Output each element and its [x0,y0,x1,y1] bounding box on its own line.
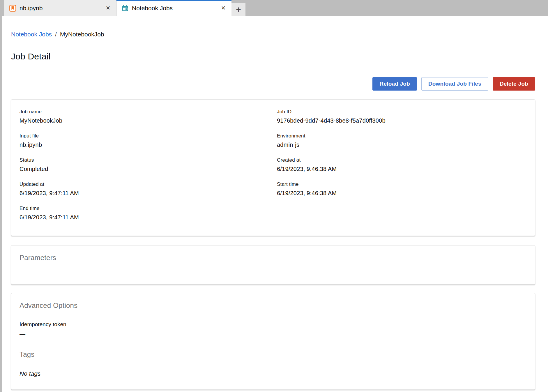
detail-column-right: Job ID 9176bded-9dd7-4d43-8be8-f5a7d0ff3… [277,109,527,230]
field-value: admin-js [277,142,527,148]
dock-tab-bar: nb.ipynb ✕ Notebook Jobs ✕ + [0,0,548,16]
field-value: 6/19/2023, 9:47:11 AM [20,190,277,197]
breadcrumb-separator: / [55,31,57,38]
parameters-heading: Parameters [20,254,527,262]
field-label: Updated at [20,181,277,187]
field-label: Status [20,157,277,163]
job-actions-toolbar: Reload Job Download Job Files Delete Job [11,77,535,91]
field-label: Job name [20,109,277,115]
job-detail-card: Job name MyNotebookJob Input file nb.ipy… [11,99,535,236]
breadcrumb-current: MyNotebookJob [60,31,104,38]
sidebar-edge [0,16,2,392]
close-icon[interactable]: ✕ [105,5,112,11]
field-label: Input file [20,133,277,139]
field-value: 6/19/2023, 9:46:38 AM [277,190,527,197]
detail-column-left: Job name MyNotebookJob Input file nb.ipy… [20,109,277,230]
field-start-time: Start time 6/19/2023, 9:46:38 AM [277,181,527,197]
page-title: Job Detail [11,52,535,61]
field-label: End time [20,206,277,211]
breadcrumb-link-notebook-jobs[interactable]: Notebook Jobs [11,31,52,38]
field-created-at: Created at 6/19/2023, 9:46:38 AM [277,157,527,172]
field-value: 6/19/2023, 9:47:11 AM [20,214,277,221]
delete-job-button[interactable]: Delete Job [493,77,535,91]
idempotency-token-label: Idempotency token [20,321,527,328]
breadcrumb: Notebook Jobs / MyNotebookJob [11,31,535,38]
field-environment: Environment admin-js [277,133,527,148]
field-value: nb.ipynb [20,142,277,148]
tab-notebook-jobs[interactable]: Notebook Jobs ✕ [116,0,231,16]
reload-job-button[interactable]: Reload Job [372,77,417,91]
field-updated-at: Updated at 6/19/2023, 9:47:11 AM [20,181,277,197]
advanced-options-card: Advanced Options Idempotency token — Tag… [11,293,535,390]
tab-nb-ipynb[interactable]: nb.ipynb ✕ [4,0,116,16]
field-value: 9176bded-9dd7-4d43-8be8-f5a7d0ff300b [277,117,527,124]
field-value: Completed [20,166,277,172]
job-detail-view: Notebook Jobs / MyNotebookJob Job Detail… [2,16,548,390]
field-status: Status Completed [20,157,277,172]
field-input-file: Input file nb.ipynb [20,133,277,148]
new-tab-button[interactable]: + [231,3,245,16]
field-label: Created at [277,157,527,163]
notebook-icon [9,5,16,12]
idempotency-token-value: — [20,331,527,338]
field-label: Start time [277,181,527,187]
field-end-time: End time 6/19/2023, 9:47:11 AM [20,206,277,221]
parameters-card: Parameters [11,245,535,285]
tags-heading: Tags [20,350,527,359]
calendar-icon [122,5,129,12]
tab-label: Notebook Jobs [132,5,217,12]
download-job-files-button[interactable]: Download Job Files [421,77,488,91]
field-value: MyNotebookJob [20,117,277,124]
no-tags-text: No tags [20,370,527,377]
field-value: 6/19/2023, 9:46:38 AM [277,166,527,172]
field-job-id: Job ID 9176bded-9dd7-4d43-8be8-f5a7d0ff3… [277,109,527,124]
tab-label: nb.ipynb [20,5,101,12]
field-label: Environment [277,133,527,139]
field-label: Job ID [277,109,527,115]
field-job-name: Job name MyNotebookJob [20,109,277,124]
advanced-options-heading: Advanced Options [20,301,527,310]
close-icon[interactable]: ✕ [220,5,227,11]
